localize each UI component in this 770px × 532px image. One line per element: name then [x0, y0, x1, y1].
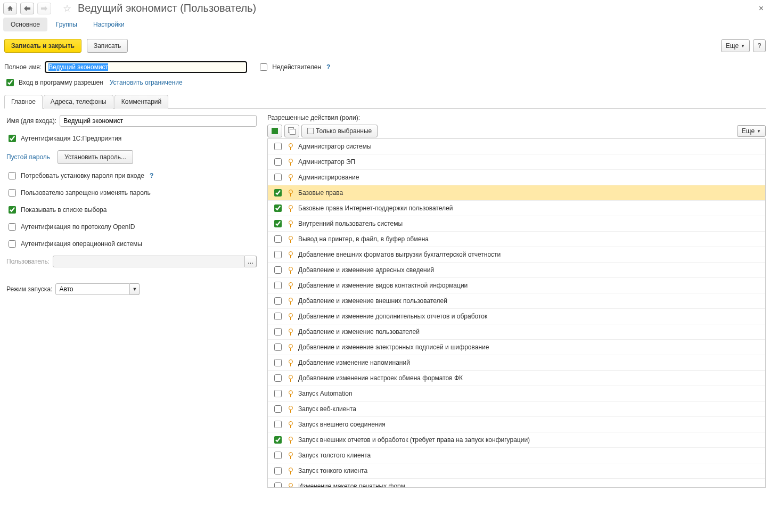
role-row[interactable]: Запуск тонкого клиента	[268, 463, 765, 479]
tab-main[interactable]: Главное	[4, 95, 43, 109]
auth-openid-label: Аутентификация по протоколу OpenID	[21, 223, 135, 231]
role-checkbox[interactable]	[274, 282, 282, 289]
show-in-list-wrap[interactable]: Показывать в списке выбора	[6, 204, 107, 215]
require-pwd-change-wrap[interactable]: Потребовать установку пароля при входе	[6, 170, 144, 181]
role-checkbox[interactable]	[274, 189, 282, 197]
empty-password-link[interactable]: Пустой пароль	[6, 153, 50, 161]
save-button[interactable]: Записать	[87, 39, 128, 53]
favorite-star-icon[interactable]: ☆	[63, 3, 71, 14]
role-row[interactable]: Добавление изменение напоминаний	[268, 355, 765, 371]
login-allowed-checkbox[interactable]	[6, 79, 14, 86]
full-name-input[interactable]	[45, 61, 247, 73]
role-row[interactable]: Добавление и изменение адресных сведений	[268, 263, 765, 278]
role-row[interactable]: Запуск Automation	[268, 386, 765, 402]
role-row[interactable]: Изменение макетов печатных форм	[268, 479, 765, 488]
role-checkbox[interactable]	[274, 235, 282, 243]
require-pwd-change-checkbox[interactable]	[9, 172, 16, 179]
auth-1c-checkbox[interactable]	[9, 135, 16, 142]
role-label: Вывод на принтер, в файл, в буфер обмена	[298, 235, 429, 243]
role-label: Администрирование	[298, 174, 359, 181]
auth-os-wrap[interactable]: Аутентификация операционной системы	[6, 239, 142, 249]
section-nav-settings[interactable]: Настройки	[86, 18, 132, 31]
roles-list[interactable]: Администратор системыАдминистратор ЭПАдм…	[267, 138, 766, 488]
role-checkbox[interactable]	[274, 251, 282, 258]
role-row[interactable]: Добавление и изменение видов контактной …	[268, 278, 765, 293]
key-icon	[288, 159, 294, 165]
role-row[interactable]: Базовые права	[268, 185, 765, 201]
role-checkbox[interactable]	[274, 374, 282, 382]
role-row[interactable]: Добавление и изменение пользователей	[268, 324, 765, 340]
role-row[interactable]: Внутренний пользователь системы	[268, 216, 765, 232]
set-restriction-link[interactable]: Установить ограничение	[110, 79, 183, 86]
roles-more-button[interactable]: Еще ▼	[737, 125, 766, 137]
save-and-close-button[interactable]: Записать и закрыть	[4, 39, 81, 53]
key-icon	[288, 313, 294, 320]
launch-mode-input[interactable]	[55, 283, 130, 295]
home-button[interactable]	[3, 3, 17, 14]
role-row[interactable]: Администратор ЭП	[268, 154, 765, 170]
role-row[interactable]: Добавление внешних форматов выгрузки бух…	[268, 247, 765, 263]
require-pwd-help-icon[interactable]: ?	[150, 172, 153, 179]
role-row[interactable]: Добавление изменение настроек обмена фор…	[268, 371, 765, 386]
role-checkbox[interactable]	[274, 452, 282, 459]
role-checkbox[interactable]	[274, 297, 282, 305]
os-user-choose-button[interactable]: …	[245, 256, 257, 267]
show-in-list-checkbox[interactable]	[9, 206, 16, 214]
roles-check-all-button[interactable]	[267, 125, 282, 137]
role-checkbox[interactable]	[274, 204, 282, 212]
role-checkbox[interactable]	[274, 266, 282, 274]
set-password-button[interactable]: Установить пароль...	[58, 150, 133, 164]
auth-1c-checkbox-wrap[interactable]: Аутентификация 1С:Предприятия	[6, 133, 121, 144]
role-row[interactable]: Вывод на принтер, в файл, в буфер обмена	[268, 232, 765, 247]
role-checkbox[interactable]	[274, 220, 282, 227]
auth-openid-wrap[interactable]: Аутентификация по протоколу OpenID	[6, 222, 135, 232]
nav-back-button[interactable]	[20, 3, 34, 14]
role-row[interactable]: Добавление и изменение внешних пользоват…	[268, 293, 765, 309]
role-checkbox[interactable]	[274, 143, 282, 150]
role-row[interactable]: Администрирование	[268, 170, 765, 185]
section-nav-main[interactable]: Основное	[3, 18, 47, 31]
role-row[interactable]: Администратор системы	[268, 139, 765, 154]
role-label: Добавление внешних форматов выгрузки бух…	[298, 251, 501, 258]
roles-uncheck-all-button[interactable]	[284, 125, 299, 137]
auth-os-checkbox[interactable]	[9, 240, 16, 248]
tab-addresses[interactable]: Адреса, телефоны	[44, 95, 113, 109]
more-button[interactable]: Еще ▼	[721, 39, 750, 52]
role-row[interactable]: Запуск внешних отчетов и обработок (треб…	[268, 432, 765, 448]
inactive-help-icon[interactable]: ?	[326, 63, 330, 71]
role-checkbox[interactable]	[274, 174, 282, 181]
tab-comment[interactable]: Комментарий	[114, 95, 169, 109]
key-icon	[288, 483, 294, 488]
role-checkbox[interactable]	[274, 359, 282, 366]
role-row[interactable]: Запуск веб-клиента	[268, 402, 765, 417]
role-checkbox[interactable]	[274, 405, 282, 413]
inactive-checkbox-wrap[interactable]: Недействителен	[258, 62, 321, 72]
login-name-input[interactable]	[60, 115, 257, 127]
role-checkbox[interactable]	[274, 482, 282, 488]
role-row[interactable]: Запуск толстого клиента	[268, 448, 765, 463]
role-checkbox[interactable]	[274, 158, 282, 166]
roles-only-selected-button[interactable]: Только выбранные	[301, 125, 378, 137]
role-label: Добавление и изменение внешних пользоват…	[298, 297, 447, 305]
launch-mode-dropdown-button[interactable]: ▼	[130, 283, 140, 295]
help-button[interactable]: ?	[753, 39, 766, 52]
role-checkbox[interactable]	[274, 421, 282, 428]
role-checkbox[interactable]	[274, 390, 282, 397]
role-checkbox[interactable]	[274, 343, 282, 351]
role-checkbox[interactable]	[274, 328, 282, 335]
role-row[interactable]: Запуск внешнего соединения	[268, 417, 765, 432]
nav-forward-button[interactable]	[37, 3, 51, 14]
role-checkbox[interactable]	[274, 313, 282, 320]
forbid-pwd-change-checkbox[interactable]	[9, 189, 16, 197]
section-nav-groups[interactable]: Группы	[48, 18, 85, 31]
forbid-pwd-change-wrap[interactable]: Пользователю запрещено изменять пароль	[6, 187, 151, 198]
role-row[interactable]: Добавление и изменение дополнительных от…	[268, 309, 765, 324]
auth-openid-checkbox[interactable]	[9, 223, 16, 231]
inactive-checkbox[interactable]	[260, 63, 267, 71]
close-button[interactable]: ×	[756, 4, 767, 13]
role-checkbox[interactable]	[274, 436, 282, 444]
role-row[interactable]: Добавление и изменение электронных подпи…	[268, 340, 765, 355]
role-checkbox[interactable]	[274, 467, 282, 474]
role-row[interactable]: Базовые права Интернет-поддержки пользов…	[268, 201, 765, 216]
login-allowed-checkbox-wrap[interactable]: Вход в программу разрешен	[4, 77, 103, 88]
